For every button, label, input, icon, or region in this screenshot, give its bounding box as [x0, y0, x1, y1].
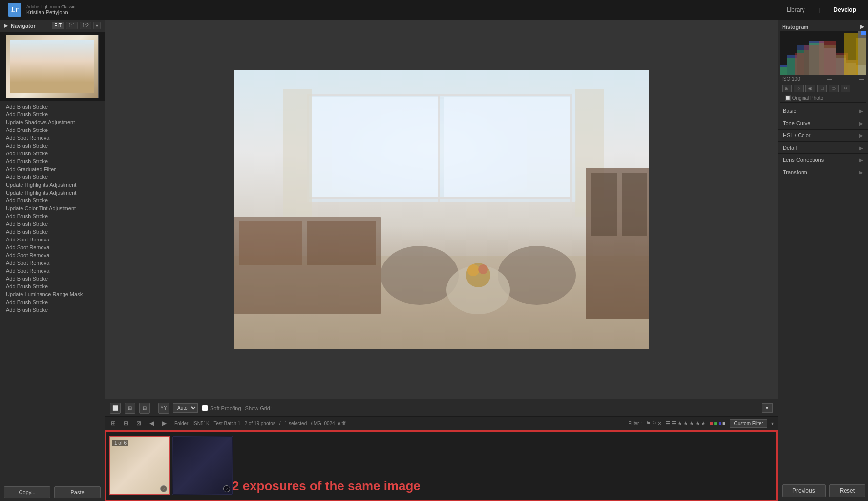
- history-item[interactable]: Update Shadows Adjustment: [0, 118, 105, 126]
- right-section-basic[interactable]: Basic▶: [778, 105, 868, 117]
- color-filter-2[interactable]: ■: [714, 420, 718, 426]
- photo-area: [105, 20, 778, 399]
- view-mode-btn-2[interactable]: ⊞: [125, 403, 135, 414]
- history-item[interactable]: Update Highlights Adjustment: [0, 189, 105, 196]
- history-item[interactable]: Add Brush Stroke: [0, 157, 105, 165]
- flag-icon-3[interactable]: ✕: [657, 420, 662, 427]
- toolbar: ⬜ ⊞ ⊟ YY Auto On Off Soft Proofing Show …: [105, 399, 778, 416]
- section-arrow: ▶: [859, 133, 863, 138]
- nav-back-icon[interactable]: ◀: [147, 419, 156, 428]
- view-mode-btn-1[interactable]: ⬜: [110, 403, 121, 414]
- ratio-1-btn[interactable]: 1:1: [66, 22, 78, 29]
- soft-proofing-checkbox[interactable]: Soft Proofing: [202, 405, 241, 411]
- view-mode-btn-3[interactable]: ⊟: [139, 403, 150, 414]
- right-section-detail[interactable]: Detail▶: [778, 142, 868, 154]
- thumbnail-image: [6, 35, 99, 98]
- star-1[interactable]: ★: [677, 420, 682, 427]
- color-filter-4[interactable]: ■: [722, 420, 726, 426]
- history-item[interactable]: Add Brush Stroke: [0, 220, 105, 228]
- history-item[interactable]: Add Brush Stroke: [0, 228, 105, 236]
- library-nav-btn[interactable]: Library: [783, 4, 809, 15]
- section-arrow: ▶: [859, 170, 863, 175]
- copy-button[interactable]: Copy...: [4, 486, 50, 498]
- nav-loupe-icon[interactable]: ⊟: [122, 419, 130, 428]
- flag-icon-1[interactable]: ⚑: [646, 420, 651, 427]
- history-item[interactable]: Add Graduated Filter: [0, 165, 105, 173]
- history-item[interactable]: Add Brush Stroke: [0, 283, 105, 290]
- sort-icon-1[interactable]: ☰: [666, 420, 671, 427]
- history-item[interactable]: Add Brush Stroke: [0, 306, 105, 314]
- history-list[interactable]: Add Brush StrokeAdd Brush StrokeUpdate S…: [0, 101, 105, 483]
- history-item[interactable]: Add Brush Stroke: [0, 150, 105, 157]
- history-item[interactable]: Add Brush Stroke: [0, 103, 105, 110]
- previous-button[interactable]: Previous: [782, 484, 826, 497]
- navigator-title: Navigator: [11, 23, 36, 29]
- history-item[interactable]: Update Luminance Range Mask: [0, 290, 105, 298]
- color-filter-1[interactable]: ■: [710, 420, 713, 426]
- history-item[interactable]: Add Spot Removal: [0, 251, 105, 259]
- history-item[interactable]: Add Brush Stroke: [0, 212, 105, 220]
- lr-logo: Lr: [8, 3, 21, 17]
- star-3[interactable]: ★: [689, 420, 694, 427]
- history-item[interactable]: Add Brush Stroke: [0, 298, 105, 306]
- history-item[interactable]: Add Brush Stroke: [0, 173, 105, 181]
- sort-icon-2[interactable]: ☰: [672, 420, 677, 427]
- navigator-collapse-icon[interactable]: ▶: [4, 22, 8, 29]
- hist-icon-crop[interactable]: ✂: [841, 85, 850, 92]
- history-item[interactable]: Add Brush Stroke: [0, 126, 105, 134]
- filmstrip-thumb-2[interactable]: ○: [172, 436, 233, 495]
- history-item[interactable]: Add Spot Removal: [0, 243, 105, 251]
- history-item[interactable]: Add Brush Stroke: [0, 110, 105, 118]
- fit-btn[interactable]: FIT: [52, 22, 64, 29]
- navigator-thumbnail: [0, 32, 105, 101]
- paste-button[interactable]: Paste: [54, 486, 101, 498]
- right-section-transform[interactable]: Transform▶: [778, 166, 868, 178]
- right-section-lens-corrections[interactable]: Lens Corrections▶: [778, 154, 868, 166]
- flag-icon-2[interactable]: ⚐: [652, 420, 656, 427]
- hist-icon-circle[interactable]: ○: [794, 85, 804, 92]
- toolbar-btn-yy[interactable]: YY: [158, 403, 169, 414]
- nav-forward-icon[interactable]: ▶: [160, 419, 169, 428]
- svg-rect-5: [570, 94, 572, 202]
- svg-rect-8: [283, 89, 312, 217]
- reset-button[interactable]: Reset: [829, 484, 865, 497]
- history-item[interactable]: Add Spot Removal: [0, 134, 105, 142]
- star-5[interactable]: ★: [701, 420, 706, 427]
- history-item[interactable]: Add Spot Removal: [0, 236, 105, 243]
- hist-icon-rect[interactable]: □: [817, 85, 827, 92]
- ratio-2-btn[interactable]: 1:2: [80, 22, 91, 29]
- right-section-tone-curve[interactable]: Tone Curve▶: [778, 117, 868, 130]
- hist-icon-oval[interactable]: ⬭: [829, 85, 839, 92]
- history-item[interactable]: Add Brush Stroke: [0, 275, 105, 283]
- nav-grid-icon[interactable]: ⊞: [109, 419, 118, 428]
- nav-separator: |: [818, 7, 820, 13]
- custom-filter-arrow[interactable]: ▾: [771, 421, 774, 426]
- center-area: ⬜ ⊞ ⊟ YY Auto On Off Soft Proofing Show …: [105, 20, 778, 501]
- right-section-hsl---color[interactable]: HSL / Color▶: [778, 130, 868, 142]
- navigator-header: ▶ Navigator FIT 1:1 1:2 ▾: [0, 20, 105, 32]
- star-2[interactable]: ★: [683, 420, 688, 427]
- history-item[interactable]: Add Spot Removal: [0, 259, 105, 267]
- section-label: Transform: [783, 169, 807, 175]
- grid-select[interactable]: Auto On Off: [173, 403, 198, 413]
- history-item[interactable]: Update Highlights Adjustment: [0, 181, 105, 189]
- color-filter-3[interactable]: ■: [718, 420, 721, 426]
- more-ratios-btn[interactable]: ▾: [93, 22, 101, 29]
- hist-icon-circle2[interactable]: ◉: [805, 85, 815, 92]
- develop-nav-btn[interactable]: Develop: [829, 4, 860, 15]
- history-item[interactable]: Add Brush Stroke: [0, 196, 105, 204]
- filmstrip-thumb-1[interactable]: 1 of 6 ○: [109, 436, 170, 495]
- toolbar-dropdown-btn[interactable]: ▾: [762, 403, 773, 413]
- history-item[interactable]: Update Color Tint Adjustment: [0, 204, 105, 212]
- right-panel: Histogram ▶: [778, 20, 868, 501]
- history-item[interactable]: Add Spot Removal: [0, 267, 105, 275]
- nav-compare-icon[interactable]: ⊠: [134, 419, 143, 428]
- toolbar-divider-1: [154, 403, 154, 413]
- soft-proofing-input[interactable]: [202, 405, 208, 411]
- hist-icon-grid[interactable]: ⊞: [782, 85, 792, 92]
- star-4[interactable]: ★: [695, 420, 700, 427]
- history-item[interactable]: Add Brush Stroke: [0, 142, 105, 150]
- iso-sep1: —: [827, 76, 832, 82]
- custom-filter-btn[interactable]: Custom Filter: [730, 419, 767, 428]
- histogram-expand-btn[interactable]: ▶: [860, 23, 864, 30]
